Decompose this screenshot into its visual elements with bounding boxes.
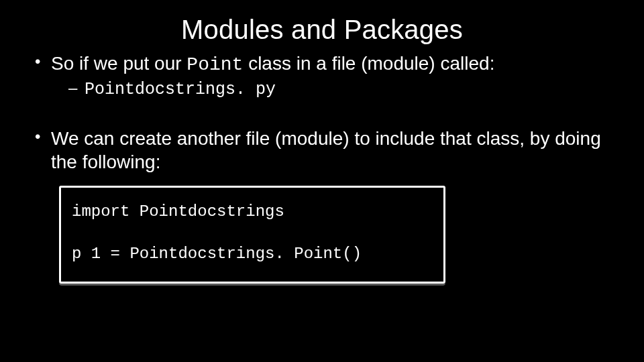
bullet-item-2: We can create another file (module) to i… (32, 127, 617, 174)
bullet2-text: We can create another file (module) to i… (51, 128, 601, 172)
code-line-1: import Pointdocstrings (72, 202, 284, 221)
sub-bullet-list: Pointdocstrings. py (51, 78, 617, 100)
bullet-list-2: We can create another file (module) to i… (32, 127, 617, 174)
code-box-wrap: import Pointdocstrings p 1 = Pointdocstr… (59, 186, 445, 284)
slide-title: Modules and Packages (0, 0, 644, 52)
bullet1-classname: Point (186, 54, 243, 75)
bullet-list: So if we put our Point class in a file (… (32, 52, 617, 100)
spacer (32, 103, 617, 127)
slide: Modules and Packages So if we put our Po… (0, 0, 644, 362)
code-box: import Pointdocstrings p 1 = Pointdocstr… (59, 186, 445, 284)
code-line-2: p 1 = Pointdocstrings. Point() (72, 245, 362, 263)
bullet1-text-post: class in a file (module) called: (243, 53, 494, 74)
bullet-item-1: So if we put our Point class in a file (… (32, 52, 617, 100)
sub-bullet-text: Pointdocstrings. py (85, 80, 276, 99)
sub-bullet-item: Pointdocstrings. py (67, 78, 617, 100)
slide-body: So if we put our Point class in a file (… (0, 52, 644, 284)
code-blank (72, 223, 81, 241)
bullet1-text-pre: So if we put our (51, 53, 186, 74)
